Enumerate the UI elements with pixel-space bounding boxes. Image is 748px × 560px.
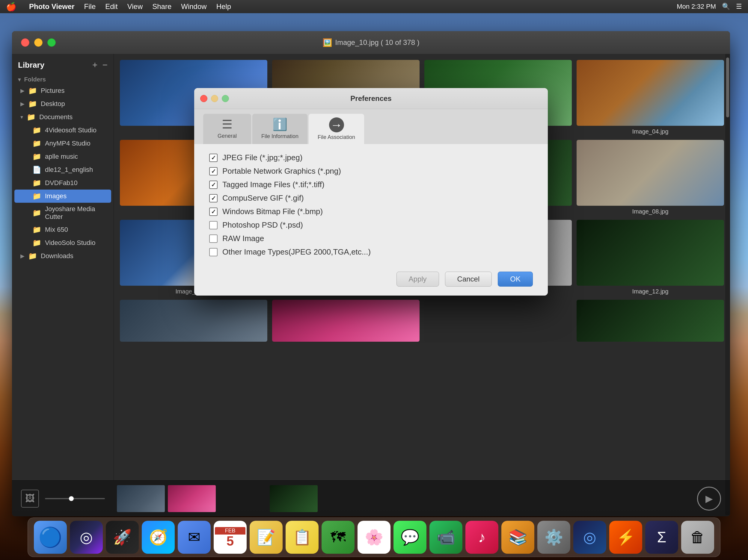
checkbox-jpeg[interactable]: ✓ <box>209 154 217 162</box>
app-name[interactable]: Photo Viewer <box>29 2 75 11</box>
checkbox-item-png: ✓ Portable Network Graphics (*.png) <box>209 167 533 176</box>
facetime-icon: 📹 <box>437 529 455 546</box>
cancel-button[interactable]: Cancel <box>445 272 492 287</box>
dock-icon-books[interactable]: 📚 <box>501 521 534 554</box>
music-icon: ♪ <box>478 529 486 546</box>
mail-icon: ✉ <box>188 529 201 546</box>
dock-icon-thunder[interactable]: ⚡ <box>609 521 642 554</box>
checkbox-gif[interactable]: ✓ <box>209 194 217 202</box>
menu-window[interactable]: Window <box>181 2 207 11</box>
checkbox-label-raw: RAW Image <box>223 234 264 243</box>
file-association-list: ✓ JPEG File (*.jpg;*.jpeg) ✓ Portable Ne… <box>209 153 533 257</box>
dock-icon-photos[interactable]: 🌸 <box>357 521 391 554</box>
checkbox-item-tiff: ✓ Tagged Image Files (*.tif;*.tiff) <box>209 180 533 189</box>
checkbox-item-raw: RAW Image <box>209 234 533 243</box>
file-assoc-tab-icon: → <box>329 117 344 132</box>
tab-file-association[interactable]: → File Association <box>309 114 364 144</box>
calendar-month: FEB <box>215 527 246 535</box>
checkbox-png[interactable]: ✓ <box>209 167 217 175</box>
menu-help[interactable]: Help <box>216 2 231 11</box>
menu-share[interactable]: Share <box>152 2 171 11</box>
dock-icon-radar[interactable]: ◎ <box>573 521 606 554</box>
checkbox-label-bmp: Windows Bitmap File (*.bmp) <box>223 207 323 216</box>
dock-bar: 🔵 ◎ 🚀 🧭 ✉ FEB 5 📝 📋 <box>28 517 720 557</box>
tab-general[interactable]: ☰ General <box>203 114 251 144</box>
dock-icon-calendar[interactable]: FEB 5 <box>214 521 247 554</box>
modal-tabs: ☰ General ℹ️ File Information → File Ass… <box>194 109 548 144</box>
modal-traffic-lights <box>200 95 229 102</box>
modal-title: Preferences <box>350 94 391 103</box>
messages-icon: 💬 <box>401 529 419 546</box>
desktop: 🖼️ Image_10.jpg ( 10 of 378 ) Library + … <box>0 13 748 560</box>
thunder-icon: ⚡ <box>616 529 635 546</box>
calendar-day: 5 <box>227 535 234 548</box>
dock-icon-mail[interactable]: ✉ <box>178 521 211 554</box>
checkbox-label-psd: Photoshop PSD (*.psd) <box>223 220 303 230</box>
checkbox-raw[interactable] <box>209 235 217 243</box>
dock-icon-sigma[interactable]: Σ <box>645 521 678 554</box>
dock-icon-notes[interactable]: 📝 <box>250 521 283 554</box>
checkbox-psd[interactable] <box>209 221 217 229</box>
list-icon[interactable]: ☰ <box>736 3 742 10</box>
menu-view[interactable]: View <box>127 2 143 11</box>
checkbox-item-bmp: ✓ Windows Bitmap File (*.bmp) <box>209 207 533 216</box>
stickies-icon: 📋 <box>293 529 311 546</box>
checkmark-icon: ✓ <box>211 154 216 162</box>
tab-general-label: General <box>217 133 237 139</box>
modal-maximize-button[interactable] <box>222 95 229 102</box>
photos-icon: 🌸 <box>365 529 383 546</box>
checkbox-label-png: Portable Network Graphics (*.png) <box>223 167 341 176</box>
dock-icon-finder[interactable]: 🔵 <box>34 521 67 554</box>
checkbox-bmp[interactable]: ✓ <box>209 208 217 216</box>
apple-menu[interactable]: 🍎 <box>6 2 17 12</box>
sigma-icon: Σ <box>657 529 667 546</box>
dock-icon-facetime[interactable]: 📹 <box>429 521 462 554</box>
maps-icon: 🗺 <box>330 529 346 546</box>
books-icon: 📚 <box>509 529 527 546</box>
modal-close-button[interactable] <box>200 95 207 102</box>
radar-icon: ◎ <box>583 529 597 546</box>
checkbox-item-gif: ✓ CompuServe GIF (*.gif) <box>209 193 533 203</box>
checkbox-label-tiff: Tagged Image Files (*.tif;*.tiff) <box>223 180 325 189</box>
checkbox-item-psd: Photoshop PSD (*.psd) <box>209 220 533 230</box>
modal-titlebar: Preferences <box>194 88 548 109</box>
menubar: 🍎 Photo Viewer File Edit View Share Wind… <box>0 0 748 13</box>
dock-icon-trash[interactable]: 🗑 <box>681 521 714 554</box>
checkmark-icon: ✓ <box>211 168 216 175</box>
modal-footer: Apply Cancel OK <box>194 266 548 296</box>
checkbox-label-other: Other Image Types(JPEG 2000,TGA,etc...) <box>223 247 371 257</box>
checkbox-label-jpeg: JPEG File (*.jpg;*.jpeg) <box>223 153 302 162</box>
dock-icon-messages[interactable]: 💬 <box>394 521 426 554</box>
dock-icon-siri[interactable]: ◎ <box>70 521 103 554</box>
dock-icon-music[interactable]: ♪ <box>465 521 498 554</box>
notes-icon: 📝 <box>257 529 275 546</box>
checkmark-icon: ✓ <box>211 181 216 188</box>
apply-button[interactable]: Apply <box>396 272 439 287</box>
dock-icon-launchpad[interactable]: 🚀 <box>106 521 139 554</box>
general-tab-icon: ☰ <box>222 117 233 131</box>
menu-edit[interactable]: Edit <box>105 2 117 11</box>
dock-icon-maps[interactable]: 🗺 <box>322 521 354 554</box>
menubar-right: Mon 2:32 PM 🔍 ☰ <box>677 3 742 10</box>
dock-icon-safari[interactable]: 🧭 <box>142 521 175 554</box>
tab-file-info-label: File Information <box>261 133 299 140</box>
modal-minimize-button[interactable] <box>211 95 218 102</box>
checkbox-tiff[interactable]: ✓ <box>209 180 217 189</box>
menu-file[interactable]: File <box>84 2 96 11</box>
preferences-modal: Preferences ☰ General ℹ️ File Informatio… <box>194 88 548 296</box>
tab-file-information[interactable]: ℹ️ File Information <box>252 114 307 144</box>
menubar-time: Mon 2:32 PM <box>677 3 716 10</box>
checkbox-item-jpeg: ✓ JPEG File (*.jpg;*.jpeg) <box>209 153 533 162</box>
dock-icon-system-preferences[interactable]: ⚙️ <box>537 521 570 554</box>
main-window: 🖼️ Image_10.jpg ( 10 of 378 ) Library + … <box>12 31 730 516</box>
settings-icon: ⚙️ <box>544 529 563 546</box>
search-icon[interactable]: 🔍 <box>722 3 730 10</box>
ok-button[interactable]: OK <box>498 272 533 287</box>
checkbox-item-other: Other Image Types(JPEG 2000,TGA,etc...) <box>209 247 533 257</box>
checkbox-other[interactable] <box>209 248 217 256</box>
dock-icon-stickies[interactable]: 📋 <box>286 521 319 554</box>
modal-content: ✓ JPEG File (*.jpg;*.jpeg) ✓ Portable Ne… <box>194 144 548 266</box>
safari-icon: 🧭 <box>149 529 167 546</box>
finder-icon: 🔵 <box>38 526 62 549</box>
checkmark-icon: ✓ <box>211 208 216 215</box>
